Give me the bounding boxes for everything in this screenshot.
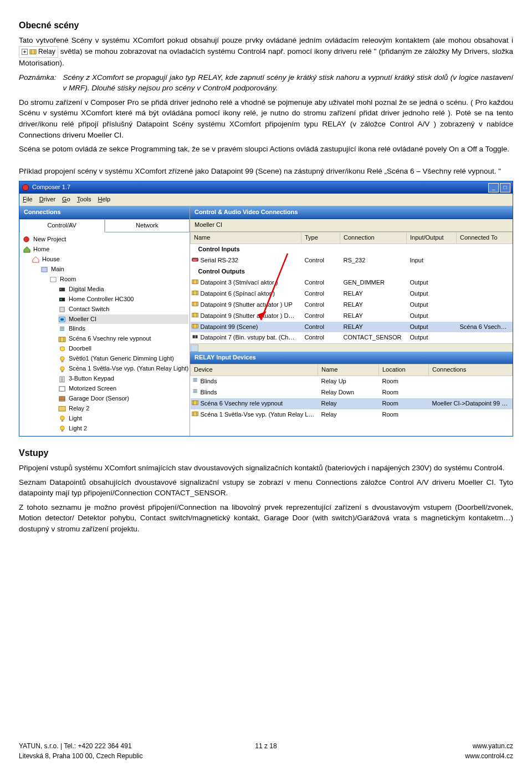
maximize-icon[interactable]: □ bbox=[500, 183, 510, 192]
tree-item[interactable]: Garage Door (Sensor) bbox=[58, 394, 188, 404]
tree-item[interactable]: Motorized Screen bbox=[58, 384, 188, 394]
page-footer: YATUN, s.r.o. | Tel.: +420 222 364 491 L… bbox=[19, 742, 513, 761]
tree-item[interactable]: Contact Switch bbox=[58, 305, 188, 315]
svg-rect-30 bbox=[59, 386, 65, 390]
svg-rect-12 bbox=[60, 299, 62, 301]
bl-icon bbox=[192, 377, 199, 384]
para-4: Příklad propojení scény v systému XComfo… bbox=[19, 166, 513, 177]
dp-icon bbox=[192, 410, 199, 417]
tree-item[interactable]: Light bbox=[58, 414, 188, 424]
col-io[interactable]: Input/Output bbox=[407, 232, 457, 244]
composer-window: Composer 1.7 _ □ File Driver Go Tools He… bbox=[19, 181, 513, 437]
tree-item-label: Doorbell bbox=[69, 344, 91, 353]
tree-item[interactable]: Room bbox=[49, 275, 188, 285]
para-7: Z tohoto seznamu je možno provést připoj… bbox=[19, 502, 513, 535]
table-row[interactable]: BlindsRelay DownRoom bbox=[191, 387, 513, 398]
bl-icon bbox=[192, 388, 199, 395]
svg-rect-67 bbox=[192, 412, 198, 416]
rs-icon: ioio bbox=[192, 256, 199, 263]
tree-item[interactable]: Světlo1 (Yatun Generic Dimming Light) bbox=[58, 354, 188, 364]
device-tree[interactable]: New ProjectHomeHouseMainRoomDigital Medi… bbox=[19, 232, 190, 436]
col-type[interactable]: Type bbox=[301, 232, 340, 244]
hscrollbar[interactable] bbox=[190, 343, 513, 352]
relay-inline-widget: + Relay bbox=[19, 46, 58, 58]
tree-item[interactable]: House bbox=[32, 255, 188, 265]
svg-rect-28 bbox=[61, 379, 64, 379]
dp-icon bbox=[58, 336, 66, 343]
tab-control-av[interactable]: Control/AV bbox=[19, 219, 105, 232]
note-label: Poznámka: bbox=[19, 72, 57, 94]
tree-item[interactable]: Scéna 1 Světla-Vse vyp. (Yatun Relay Lig… bbox=[58, 364, 188, 374]
tree-item-label: Contact Switch bbox=[69, 305, 109, 314]
tree-item[interactable]: Doorbell bbox=[58, 344, 188, 354]
tree-item[interactable]: Relay 2 bbox=[58, 404, 188, 414]
dp-icon bbox=[192, 323, 199, 329]
menu-driver[interactable]: Driver bbox=[39, 195, 55, 204]
dp-icon bbox=[192, 399, 199, 406]
tab-network[interactable]: Network bbox=[105, 219, 190, 232]
tree-item[interactable]: Moeller CI bbox=[58, 315, 188, 324]
menu-help[interactable]: Help bbox=[98, 195, 110, 204]
col-connection[interactable]: Connection bbox=[340, 232, 407, 244]
table-row[interactable]: Datapoint 9 (Shutter actuator ) UPContro… bbox=[191, 300, 513, 311]
db-icon bbox=[58, 346, 66, 353]
table-row[interactable]: BlindsRelay UpRoom bbox=[191, 376, 513, 387]
svg-rect-57 bbox=[195, 336, 197, 339]
col-name[interactable]: Name bbox=[191, 232, 301, 244]
footer-address: Litevská 8, Praha 100 00, Czech Republic bbox=[19, 752, 142, 761]
table-row[interactable]: ioioSerial RS-232ControlRS_232Input bbox=[191, 255, 513, 266]
heading-scenes: Obecné scény bbox=[19, 19, 513, 32]
svg-rect-59 bbox=[193, 379, 197, 381]
tree-item[interactable]: Scéna 6 Vsechny rele vypnout bbox=[58, 334, 188, 344]
tree-item[interactable]: Digital Media bbox=[58, 285, 188, 295]
col-connected-to[interactable]: Connected To bbox=[457, 232, 513, 244]
svg-rect-29 bbox=[61, 381, 64, 381]
col-connections[interactable]: Connections bbox=[429, 364, 513, 376]
minimize-icon[interactable]: _ bbox=[488, 183, 499, 192]
relay-inline-label: Relay bbox=[38, 47, 55, 57]
tree-item[interactable]: 3-Button Keypad bbox=[58, 374, 188, 384]
right-pane: Control & Audio Video Connections Moelle… bbox=[190, 206, 513, 436]
tree-item[interactable]: Blinds bbox=[58, 324, 188, 334]
table-row[interactable]: Datapoint 6 (Spínací aktor )ControlRELAY… bbox=[191, 288, 513, 300]
scroll-thumb[interactable] bbox=[191, 344, 198, 352]
gd-icon bbox=[58, 395, 66, 402]
in-icon bbox=[192, 333, 199, 340]
table-row[interactable]: Datapoint 7 (Bin. vstupy bat. (Channel A… bbox=[191, 332, 513, 343]
col-name2[interactable]: Name bbox=[318, 364, 379, 376]
para-3: Scéna se potom ovládá ze sekce Programmi… bbox=[19, 144, 513, 155]
tree-item-label: Světlo1 (Yatun Generic Dimming Light) bbox=[69, 354, 174, 363]
connections-table: Name Type Connection Input/Output Connec… bbox=[190, 232, 513, 343]
menu-file[interactable]: File bbox=[23, 195, 33, 204]
note-text: Scény z XComfort se propagují jako typ R… bbox=[63, 72, 513, 94]
table-row[interactable]: Scéna 1 Světla-Vse vyp. (Yatun Relay Lig… bbox=[191, 409, 513, 420]
expand-icon: + bbox=[22, 49, 28, 55]
svg-rect-13 bbox=[60, 307, 64, 312]
table-row[interactable]: Datapoint 99 (Scene)ControlRELAYOutputSc… bbox=[191, 322, 513, 333]
table-row[interactable]: Datapoint 9 (Shutter actuator ) DOWNCont… bbox=[191, 311, 513, 322]
svg-rect-64 bbox=[192, 401, 198, 405]
tree-item[interactable]: Light 2 bbox=[58, 424, 188, 434]
svg-rect-17 bbox=[60, 328, 64, 329]
svg-rect-44 bbox=[192, 291, 198, 295]
driver-name-sub: Moeller CI bbox=[190, 219, 513, 232]
table-row[interactable]: Datapoint 3 (Stmívací aktor )ControlGEN_… bbox=[191, 277, 513, 288]
table-row[interactable]: Scéna 6 Vsechny rele vypnoutRelayRoomMoe… bbox=[191, 398, 513, 409]
tree-item[interactable]: Home bbox=[23, 245, 187, 255]
tree-item-label: Garage Door (Sensor) bbox=[69, 394, 129, 403]
hm-icon bbox=[23, 246, 31, 253]
tree-item[interactable]: Main bbox=[40, 265, 188, 275]
svg-rect-0 bbox=[30, 49, 36, 54]
menu-tools[interactable]: Tools bbox=[77, 195, 91, 204]
relay-input-devices-head: RELAY Input Devices bbox=[190, 352, 513, 364]
tree-item[interactable]: New Project bbox=[23, 235, 187, 245]
col-device[interactable]: Device bbox=[191, 364, 318, 376]
bl-icon bbox=[58, 326, 66, 333]
col-location[interactable]: Location bbox=[379, 364, 429, 376]
menu-go[interactable]: Go bbox=[62, 195, 70, 204]
svg-rect-9 bbox=[59, 288, 65, 292]
svg-rect-36 bbox=[62, 420, 64, 422]
titlebar[interactable]: Composer 1.7 _ □ bbox=[19, 181, 513, 194]
tree-item[interactable]: Home Controller HC300 bbox=[58, 295, 188, 305]
li-icon bbox=[58, 415, 66, 422]
